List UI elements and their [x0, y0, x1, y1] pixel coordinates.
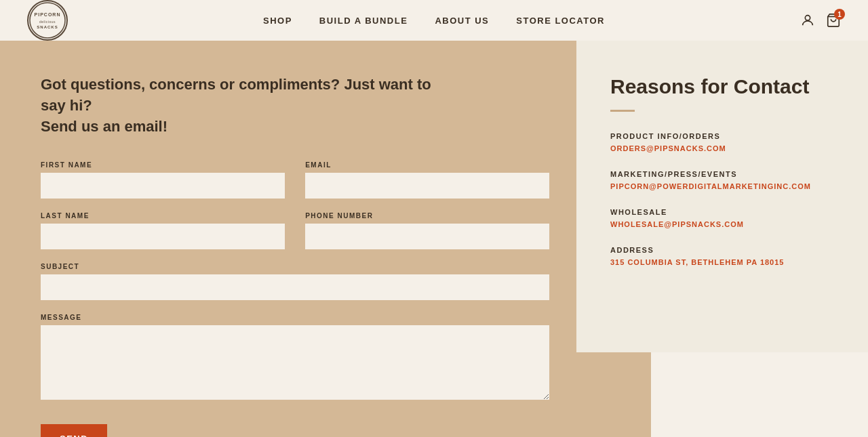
nav-store-locator[interactable]: STORE LOCATOR — [516, 16, 605, 26]
contact-card: Reasons for Contact PRODUCT INFO/ORDERS … — [576, 41, 868, 352]
contact-value-address: 315 COLUMBIA ST, BETHLEHEM PA 18015 — [610, 258, 834, 266]
message-label: MESSAGE — [41, 314, 549, 321]
email-label: EMAIL — [305, 161, 549, 169]
send-button[interactable]: SEND — [41, 424, 107, 437]
cart-badge: 1 — [834, 9, 845, 20]
subject-group: SUBJECT — [41, 263, 549, 300]
contact-value-marketing[interactable]: PIPCORN@POWERDIGITALMARKETINGINC.COM — [610, 182, 834, 190]
contact-form-section: Got questions, concerns or compliments? … — [0, 41, 590, 437]
last-name-label: LAST NAME — [41, 212, 285, 220]
card-divider — [610, 110, 635, 112]
first-name-label: FIRST NAME — [41, 161, 285, 169]
contact-value-orders[interactable]: ORDERS@PIPSNACKS.COM — [610, 144, 834, 152]
first-name-group: FIRST NAME — [41, 161, 285, 199]
contact-item-orders: PRODUCT INFO/ORDERS ORDERS@PIPSNACKS.COM — [610, 132, 834, 152]
email-input[interactable] — [305, 173, 549, 199]
header-icons: 1 — [800, 13, 841, 28]
phone-group: PHONE NUMBER — [305, 212, 549, 249]
contact-label-address: ADDRESS — [610, 246, 834, 254]
marketing-email-link[interactable]: PIPCORN@POWERDIGITALMARKETINGINC.COM — [610, 182, 811, 190]
cart-button[interactable]: 1 — [826, 13, 841, 28]
form-row-last-phone: LAST NAME PHONE NUMBER — [41, 212, 549, 249]
phone-input[interactable] — [305, 224, 549, 249]
message-textarea[interactable] — [41, 325, 549, 400]
contact-form: FIRST NAME EMAIL LAST NAME PHONE NUMBER — [41, 161, 549, 437]
wholesale-email-link[interactable]: WHOLESALE@PIPSNACKS.COM — [610, 220, 744, 228]
site-header: PIPCORN delicious SNACKS SHOP BUILD A BU… — [0, 0, 868, 41]
subject-input[interactable] — [41, 274, 549, 300]
svg-text:SNACKS: SNACKS — [37, 25, 58, 29]
form-row-name: FIRST NAME EMAIL — [41, 161, 549, 199]
orders-email-link[interactable]: ORDERS@PIPSNACKS.COM — [610, 144, 726, 152]
contact-value-wholesale[interactable]: WHOLESALE@PIPSNACKS.COM — [610, 220, 834, 228]
last-name-input[interactable] — [41, 224, 285, 249]
form-row-message: MESSAGE — [41, 314, 549, 400]
contact-label-marketing: MARKETING/PRESS/EVENTS — [610, 170, 834, 178]
logo[interactable]: PIPCORN delicious SNACKS — [27, 0, 68, 41]
contact-item-marketing: MARKETING/PRESS/EVENTS PIPCORN@POWERDIGI… — [610, 170, 834, 190]
subject-label: SUBJECT — [41, 263, 549, 270]
phone-label: PHONE NUMBER — [305, 212, 549, 220]
nav-bundle[interactable]: BUILD A BUNDLE — [319, 16, 408, 26]
main-content: Got questions, concerns or compliments? … — [0, 41, 868, 437]
logo-circle: PIPCORN delicious SNACKS — [27, 0, 68, 41]
email-group: EMAIL — [305, 161, 549, 199]
contact-item-address: ADDRESS 315 COLUMBIA ST, BETHLEHEM PA 18… — [610, 246, 834, 266]
contact-item-wholesale: WHOLESALE WHOLESALE@PIPSNACKS.COM — [610, 208, 834, 228]
first-name-input[interactable] — [41, 173, 285, 199]
svg-text:delicious: delicious — [39, 20, 56, 24]
main-nav: SHOP BUILD A BUNDLE ABOUT US STORE LOCAT… — [263, 16, 605, 26]
message-group: MESSAGE — [41, 314, 549, 400]
svg-point-4 — [805, 16, 810, 20]
form-row-subject: SUBJECT — [41, 263, 549, 300]
nav-about[interactable]: ABOUT US — [435, 16, 489, 26]
contact-card-title: Reasons for Contact — [610, 75, 834, 99]
svg-text:PIPCORN: PIPCORN — [35, 12, 61, 17]
contact-label-wholesale: WHOLESALE — [610, 208, 834, 216]
account-button[interactable] — [800, 13, 815, 28]
last-name-group: LAST NAME — [41, 212, 285, 249]
page-headline: Got questions, concerns or compliments? … — [41, 75, 448, 137]
contact-label-orders: PRODUCT INFO/ORDERS — [610, 132, 834, 140]
nav-shop[interactable]: SHOP — [263, 16, 292, 26]
